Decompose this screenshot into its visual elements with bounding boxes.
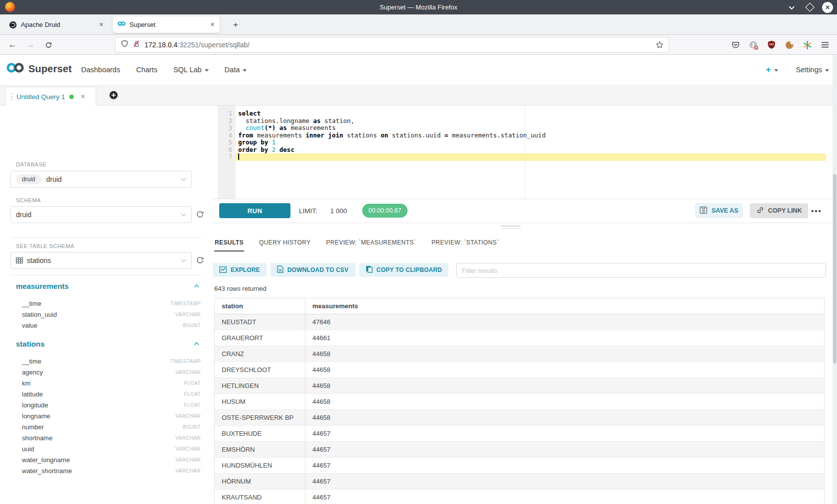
action-label: COPY TO CLIPBOARD	[377, 266, 442, 273]
back-button[interactable]: ←	[6, 38, 19, 51]
browser-tab-apache-druid[interactable]: Apache Druid✕	[4, 16, 109, 33]
sparkle-extension-icon[interactable]	[802, 40, 812, 50]
divider	[10, 275, 202, 275]
page-scrollbar[interactable]	[833, 55, 837, 504]
window-maximize-icon[interactable]	[804, 2, 815, 13]
table-cell: BUXTEHUDE	[215, 426, 305, 442]
elapsed-time-badge: 00:00:00.87	[362, 204, 408, 218]
insecure-lock-icon[interactable]	[133, 40, 140, 50]
reload-button[interactable]	[42, 38, 55, 51]
nav-item-charts[interactable]: Charts	[136, 66, 157, 74]
download-to-csv-button[interactable]: DOWNLOAD TO CSV	[271, 263, 355, 277]
limit-label: LIMIT:	[299, 207, 317, 215]
table-row: CRANZ44658	[215, 346, 824, 362]
forward-button[interactable]: →	[24, 38, 37, 51]
url-path: :32251/superset/sqllab/	[177, 41, 250, 49]
ublock-origin-icon[interactable]: UO	[766, 40, 776, 50]
nav-item-label: Charts	[136, 66, 157, 74]
app-header: Superset DashboardsChartsSQL LabData + S…	[0, 55, 837, 85]
chevron-up-icon[interactable]	[194, 342, 199, 346]
sql-editor[interactable]: 1234567 select stations.longname as stat…	[212, 106, 837, 199]
splitter-handle-icon[interactable]	[501, 226, 521, 230]
column-type: BIGINT	[183, 323, 201, 328]
nav-item-sql-lab[interactable]: SQL Lab	[173, 66, 209, 74]
copy-to-clipboard-button[interactable]: COPY TO CLIPBOARD	[359, 263, 449, 277]
copy-link-label: COPY LINK	[768, 207, 802, 214]
limit-dropdown[interactable]: LIMIT: 1 000	[299, 199, 369, 223]
code-line: select	[236, 110, 826, 118]
results-tab-preview-measurements[interactable]: PREVIEW: `MEASUREMENTS`	[326, 233, 417, 252]
cookie-extension-icon[interactable]	[784, 40, 794, 50]
more-options-button[interactable]: •••	[811, 203, 822, 218]
table-cell: 44657	[305, 474, 824, 490]
privacy-extension-icon[interactable]	[748, 40, 758, 50]
column-row: shortnameVARCHAR	[0, 432, 212, 443]
add-query-tab-button[interactable]	[109, 91, 118, 100]
window-minimize-icon[interactable]	[786, 2, 797, 13]
limit-value: 1 000	[330, 207, 347, 215]
schema-select[interactable]: druid	[10, 206, 192, 223]
run-button[interactable]: RUN	[219, 203, 290, 218]
query-tab-untitled-query-1[interactable]: Untitled Query 1 ✕	[5, 87, 96, 106]
nav-item-label: Data	[225, 66, 240, 74]
table-cell: 44658	[305, 410, 824, 426]
pane-splitter[interactable]	[212, 223, 837, 232]
nav-item-label: Dashboards	[81, 66, 120, 74]
line-number: 1	[218, 110, 236, 118]
results-tab-query-history[interactable]: QUERY HISTORY	[259, 233, 311, 252]
nav-item-dashboards[interactable]: Dashboards	[81, 66, 120, 74]
table-cell: 44658	[305, 378, 824, 394]
table-cell: OSTE-SPERRWERK BP	[215, 410, 305, 426]
header-right: + Settings	[766, 55, 829, 85]
column-type: TIMESTAMP	[170, 301, 201, 306]
query-tab-strip: Untitled Query 1 ✕	[0, 85, 837, 106]
chevron-down-icon	[181, 259, 186, 262]
menu-hamburger-icon[interactable]	[820, 40, 830, 50]
table-name[interactable]: stations	[16, 340, 45, 348]
superset-brand[interactable]: Superset	[6, 62, 72, 76]
chevron-up-icon[interactable]	[194, 284, 199, 288]
scrollbar-thumb[interactable]	[833, 174, 837, 364]
close-icon[interactable]: ✕	[81, 93, 86, 100]
close-icon[interactable]: ✕	[88, 21, 104, 28]
copy-link-button[interactable]: COPY LINK	[750, 203, 808, 218]
table-name[interactable]: measurements	[16, 282, 69, 290]
table-select[interactable]: stations	[10, 252, 192, 269]
refresh-schema-icon[interactable]	[196, 210, 205, 219]
window-close-button[interactable]: ✕	[822, 2, 833, 13]
add-new-menu[interactable]: +	[766, 65, 778, 75]
new-tab-button[interactable]: +	[229, 18, 242, 31]
drag-handle-icon[interactable]	[11, 93, 12, 100]
nav-item-data[interactable]: Data	[225, 66, 247, 74]
close-icon[interactable]: ✕	[199, 21, 215, 28]
column-name: water_shortname	[22, 467, 72, 475]
code-line: group by 1	[236, 139, 826, 146]
browser-tab-superset[interactable]: Superset✕	[113, 16, 220, 33]
window-controls: ✕	[786, 0, 833, 14]
caret-down-icon	[243, 69, 247, 72]
column-header-measurements[interactable]: measurements	[305, 298, 824, 314]
table-row: GRAUERORT44661	[215, 330, 824, 346]
bookmark-star-icon[interactable]	[656, 41, 664, 49]
settings-menu[interactable]: Settings	[796, 66, 829, 74]
database-select[interactable]: druid druid	[10, 171, 192, 188]
column-row: latitudeFLOAT	[0, 388, 212, 399]
filter-results-input[interactable]	[456, 263, 826, 278]
save-as-button[interactable]: SAVE AS	[695, 203, 743, 218]
pocket-icon[interactable]	[730, 40, 740, 50]
explore-button[interactable]: EXPLORE	[213, 263, 267, 277]
column-header-station[interactable]: station	[215, 298, 305, 314]
column-name: value	[22, 322, 37, 329]
table-cell: 44658	[305, 362, 824, 378]
shield-icon[interactable]	[121, 40, 129, 50]
sqllab-sidebar: DATABASE druid druid SCHEMA druid SEE TA…	[0, 106, 212, 504]
window-title: Superset — Mozilla Firefox	[0, 0, 837, 14]
druid-favicon	[9, 21, 17, 29]
editor-code[interactable]: select stations.longname as station, cou…	[236, 110, 826, 161]
results-tab-results[interactable]: RESULTS	[214, 233, 244, 252]
table-cell: EMSHÖRN	[215, 442, 305, 458]
results-tab-preview-stations[interactable]: PREVIEW: `STATIONS`	[431, 233, 500, 252]
address-bar[interactable]: 172.18.0.4:32251/superset/sqllab/	[116, 37, 669, 52]
row-count-text: 643 rows returned	[214, 285, 267, 292]
refresh-table-icon[interactable]	[196, 256, 205, 265]
